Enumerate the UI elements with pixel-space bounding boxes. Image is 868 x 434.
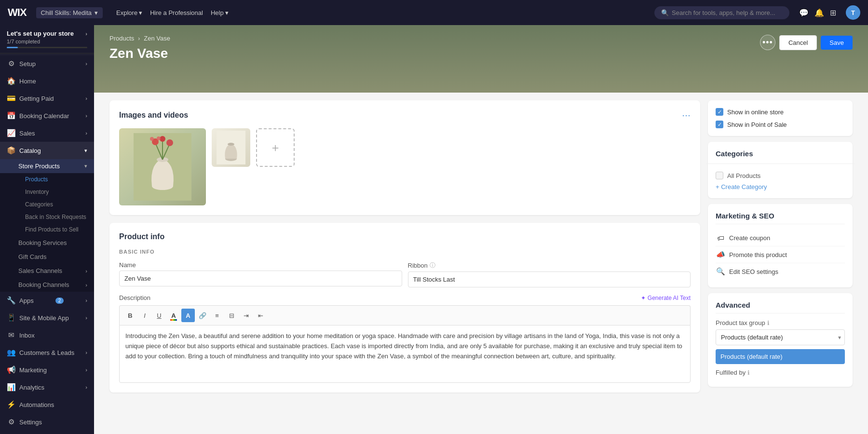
link-button[interactable]: 🔗 (196, 309, 209, 322)
product-info-title: Product info (119, 232, 164, 241)
name-input[interactable] (119, 271, 402, 286)
create-category-link[interactable]: + Create Category (716, 183, 845, 190)
ai-sparkle-icon: ✦ (641, 295, 646, 301)
all-products-category[interactable]: All Products (716, 172, 845, 179)
avatar[interactable]: T (846, 5, 860, 20)
description-textarea[interactable]: Introducing the Zen Vase, a beautiful an… (119, 325, 691, 383)
sidebar-item-sales-channels[interactable]: Sales Channels › (0, 264, 94, 278)
italic-button[interactable]: I (138, 309, 151, 322)
add-image-button[interactable]: ＋ (256, 128, 295, 167)
help-chevron: ▾ (225, 9, 229, 16)
apps-icon: 🔧 (7, 296, 15, 305)
nav-help[interactable]: Help ▾ (211, 9, 229, 16)
site-dropdown-chevron: ▾ (95, 9, 98, 16)
save-button[interactable]: Save (821, 36, 853, 50)
sidebar-item-inbox[interactable]: ✉ Inbox (0, 326, 94, 344)
marketing-chevron: › (85, 367, 87, 373)
sidebar-item-find-products[interactable]: Find Products to Sell (0, 223, 94, 236)
highlight-button[interactable]: A (181, 309, 195, 322)
images-menu-button[interactable]: ⋯ (682, 110, 691, 121)
tax-group-dropdown-active[interactable]: Products (default rate) (716, 349, 845, 364)
sidebar-item-categories[interactable]: Categories (0, 198, 94, 211)
bell-icon[interactable]: 🔔 (814, 8, 824, 17)
product-thumbnail-2[interactable] (212, 128, 250, 167)
show-in-store-checkbox[interactable]: ✓ (716, 108, 723, 116)
booking-calendar-icon: 📅 (7, 111, 15, 120)
sidebar-item-getting-paid[interactable]: 💳 Getting Paid › (0, 90, 94, 107)
sidebar-item-catalog[interactable]: 📦 Catalog ▾ (0, 142, 94, 159)
font-color-button[interactable]: A (167, 309, 180, 322)
sidebar-item-marketing[interactable]: 📢 Marketing › (0, 361, 94, 379)
nav-explore[interactable]: Explore ▾ (116, 9, 142, 16)
main-product-image[interactable] (119, 128, 206, 205)
show-in-pos-item[interactable]: ✓ Show in Point of Sale (716, 121, 845, 128)
sidebar-item-apps[interactable]: 🔧 Apps 2 › (0, 292, 94, 309)
sidebar-item-products[interactable]: Products (0, 173, 94, 186)
sidebar-item-booking-channels[interactable]: Booking Channels › (0, 278, 94, 292)
sidebar-item-back-in-stock[interactable]: Back in Stock Requests (0, 211, 94, 223)
sidebar-item-booking-services[interactable]: Booking Services (0, 236, 94, 250)
promote-product-item[interactable]: 📣 Promote this product (716, 246, 845, 263)
top-nav: WIX Chill Skills: Medita ▾ Explore ▾ Hir… (0, 0, 868, 25)
site-name-dropdown[interactable]: Chill Skills: Medita ▾ (36, 7, 103, 18)
nav-hire[interactable]: Hire a Professional (150, 9, 203, 16)
ribbon-input[interactable] (408, 271, 691, 287)
fulfilled-by-group: Fulfilled by ℹ (716, 369, 845, 376)
catalog-submenu: Store Products ▾ Products Inventory Cate… (0, 159, 94, 292)
page-title: Zen Vase (109, 46, 853, 61)
vase-with-flowers-svg (134, 133, 191, 201)
sidebar-item-booking-calendar[interactable]: 📅 Booking Calendar › (0, 107, 94, 124)
breadcrumb-current: Zen Vase (144, 35, 170, 42)
sidebar-item-gift-cards[interactable]: Gift Cards (0, 250, 94, 264)
numbered-list-button[interactable]: ⊟ (225, 309, 238, 322)
show-in-pos-checkbox[interactable]: ✓ (716, 121, 723, 128)
right-column: ✓ Show in online store ✓ Show in Point o… (708, 100, 853, 400)
fulfilled-by-info-icon[interactable]: ℹ (747, 369, 750, 376)
show-in-store-label: Show in online store (727, 108, 784, 116)
grid-icon[interactable]: ⊞ (830, 8, 836, 17)
svg-point-8 (166, 139, 173, 146)
generate-ai-button[interactable]: ✦ Generate AI Text (641, 295, 691, 301)
setup-title: Let's set up your store (7, 30, 74, 37)
sidebar-item-setup[interactable]: ⚙ Setup › (0, 55, 94, 72)
sidebar-item-sales[interactable]: 📈 Sales › (0, 124, 94, 142)
ribbon-info-icon[interactable]: ⓘ (430, 261, 435, 270)
cancel-button[interactable]: Cancel (779, 35, 817, 50)
visibility-card: ✓ Show in online store ✓ Show in Point o… (708, 100, 853, 136)
create-coupon-item[interactable]: 🏷 Create coupon (716, 230, 845, 246)
sidebar-item-customers[interactable]: 👥 Customers & Leads › (0, 344, 94, 361)
show-in-store-item[interactable]: ✓ Show in online store (716, 108, 845, 116)
sales-chevron: › (85, 130, 87, 136)
more-options-button[interactable]: ••• (760, 35, 775, 50)
create-coupon-label: Create coupon (729, 234, 770, 242)
breadcrumb-products-link[interactable]: Products (109, 35, 134, 42)
tax-group-select[interactable]: Products (default rate) (716, 329, 845, 345)
header-actions: ••• Cancel Save (760, 35, 853, 50)
sidebar-item-store-products[interactable]: Store Products ▾ (0, 159, 94, 173)
indent-button[interactable]: ⇥ (239, 309, 253, 322)
sidebar-item-site-mobile[interactable]: 📱 Site & Mobile App › (0, 309, 94, 326)
home-icon: 🏠 (7, 77, 15, 85)
sales-icon: 📈 (7, 129, 15, 137)
apps-badge: 2 (55, 298, 64, 304)
bold-button[interactable]: B (123, 309, 137, 322)
search-bar[interactable]: 🔍 Search for tools, apps, help & more... (654, 6, 789, 19)
bullet-list-button[interactable]: ≡ (210, 309, 224, 322)
sidebar-item-inventory[interactable]: Inventory (0, 186, 94, 198)
setup-box[interactable]: Let's set up your store › 1/7 completed (0, 25, 94, 54)
ribbon-label: Ribbon ⓘ (408, 261, 691, 270)
sidebar-item-analytics[interactable]: 📊 Analytics › (0, 379, 94, 396)
content-area: Products › Zen Vase Zen Vase ••• Cancel … (94, 25, 868, 434)
sidebar-item-settings[interactable]: ⚙ Settings (0, 413, 94, 431)
outdent-button[interactable]: ⇤ (254, 309, 267, 322)
chat-icon[interactable]: 💬 (799, 8, 809, 17)
sidebar-item-home[interactable]: 🏠 Home (0, 72, 94, 90)
underline-button[interactable]: U (152, 309, 166, 322)
tax-group-label: Product tax group ℹ (716, 319, 845, 326)
all-products-checkbox[interactable] (716, 172, 723, 179)
tax-group-info-icon[interactable]: ℹ (767, 320, 770, 326)
content-grid: Images and videos ⋯ (94, 93, 868, 408)
analytics-icon: 📊 (7, 383, 15, 392)
sidebar-item-automations[interactable]: ⚡ Automations (0, 396, 94, 413)
edit-seo-item[interactable]: 🔍 Edit SEO settings (716, 263, 845, 280)
